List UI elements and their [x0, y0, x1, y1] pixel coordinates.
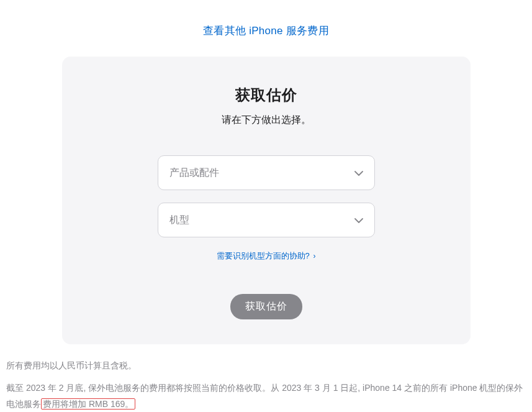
product-select-placeholder: 产品或配件	[169, 167, 219, 180]
price-increase-highlight: 费用将增加 RMB 169。	[41, 398, 135, 410]
identify-model-help-link[interactable]: 需要识别机型方面的协助? ›	[217, 251, 316, 260]
model-select[interactable]: 机型	[158, 203, 375, 237]
product-select-wrapper: 产品或配件	[158, 155, 375, 190]
card-subtitle: 请在下方做出选择。	[87, 114, 446, 127]
help-link-container: 需要识别机型方面的协助? ›	[87, 250, 446, 262]
estimate-card: 获取估价 请在下方做出选择。 产品或配件 机型 需要识别机型方面的协助? › 获…	[62, 57, 471, 344]
footer-line-1: 所有费用均以人民币计算且含税。	[6, 358, 526, 374]
get-estimate-button[interactable]: 获取估价	[230, 294, 302, 319]
model-select-placeholder: 机型	[169, 214, 189, 227]
chevron-down-icon	[354, 214, 363, 226]
help-link-label: 需要识别机型方面的协助?	[217, 251, 310, 260]
product-select[interactable]: 产品或配件	[158, 155, 375, 190]
card-title: 获取估价	[87, 85, 446, 105]
chevron-right-icon: ›	[313, 252, 315, 260]
view-other-fees-link[interactable]: 查看其他 iPhone 服务费用	[203, 25, 329, 37]
model-select-wrapper: 机型	[158, 203, 375, 237]
top-link-container: 查看其他 iPhone 服务费用	[0, 0, 532, 57]
footer-line-2: 截至 2023 年 2 月底, 保外电池服务的费用都将按照当前的价格收取。从 2…	[6, 380, 526, 412]
footer-text: 所有费用均以人民币计算且含税。 截至 2023 年 2 月底, 保外电池服务的费…	[0, 344, 532, 412]
chevron-down-icon	[354, 167, 363, 178]
